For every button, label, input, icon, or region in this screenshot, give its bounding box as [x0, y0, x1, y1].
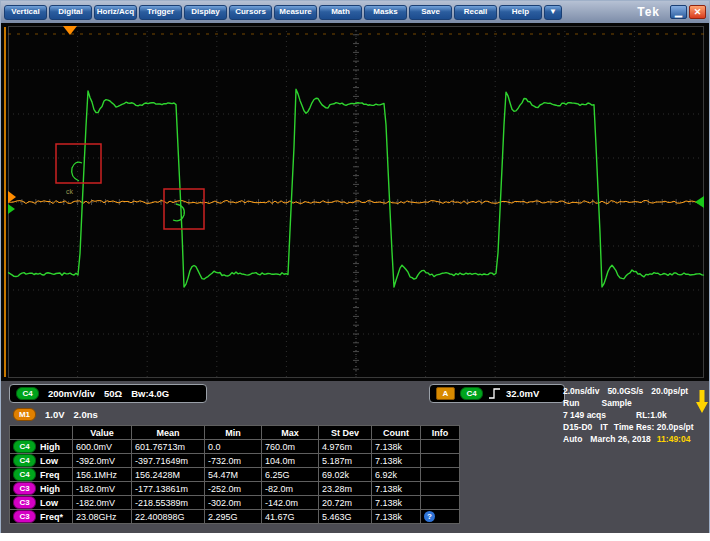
- cell-stdev: 4.976m: [319, 440, 372, 454]
- measurement-row: C4Freq 156.1MHz 156.2428M 54.47M 6.25G 6…: [10, 468, 460, 482]
- row-channel-badge: C4: [13, 440, 36, 453]
- acquisition-count: 7 149 acqs: [563, 409, 606, 421]
- menu-measure[interactable]: Measure: [274, 5, 317, 20]
- cell-max: 41.67G: [262, 510, 319, 524]
- header-min: Min: [205, 426, 262, 440]
- rising-edge-slope-icon: [488, 387, 501, 400]
- header-stdev: St Dev: [319, 426, 372, 440]
- cell-mean: 22.400898G: [132, 510, 205, 524]
- m1-badge: M1: [13, 408, 36, 421]
- yellow-down-arrow-icon: [695, 389, 709, 415]
- acquisition-mode: Sample: [602, 397, 632, 409]
- measurement-table: Value Mean Min Max St Dev Count Info C4H…: [9, 425, 460, 524]
- date-label: March 26, 2018: [590, 433, 650, 445]
- cell-mean: 601.76713m: [132, 440, 205, 454]
- measurement-row: C3Low -182.0mV -218.55389m -302.0m -142.…: [10, 496, 460, 510]
- meas-name: Low: [40, 498, 58, 508]
- channel-readout-c4[interactable]: C4 200mV/div 50Ω Bw:4.0G: [9, 384, 207, 403]
- math-readout-m1[interactable]: M1 1.0V 2.0ns: [13, 408, 98, 421]
- menu-display[interactable]: Display: [184, 5, 227, 20]
- cell-value: -182.0mV: [73, 496, 132, 510]
- cell-min: -252.0m: [205, 482, 262, 496]
- row-channel-badge: C4: [13, 454, 36, 467]
- menu-horiz-acq[interactable]: Horiz/Acq: [94, 5, 137, 20]
- c4-badge: C4: [16, 387, 39, 400]
- menu-help[interactable]: Help: [499, 5, 542, 20]
- a-trigger-badge: A: [436, 387, 455, 400]
- meas-name: Freq: [40, 470, 60, 480]
- m1-scale: 1.0V: [45, 409, 65, 420]
- screenshot-stage: Vertical Digital Horiz/Acq Trigger Displ…: [0, 0, 710, 541]
- cell-info: [421, 482, 460, 496]
- cell-mean: -218.55389m: [132, 496, 205, 510]
- row-channel-badge: C3: [13, 496, 36, 509]
- menu-trigger[interactable]: Trigger: [139, 5, 182, 20]
- cell-max: 104.0m: [262, 454, 319, 468]
- header-info: Info: [421, 426, 460, 440]
- left-accent-line: [4, 27, 6, 377]
- header-mean: Mean: [132, 426, 205, 440]
- cell-count: 7.138k: [372, 510, 421, 524]
- cell-info: [421, 454, 460, 468]
- menu-masks[interactable]: Masks: [364, 5, 407, 20]
- measurement-row: C3High -182.0mV -177.13861m -252.0m -82.…: [10, 482, 460, 496]
- meas-name: Low: [40, 456, 58, 466]
- cell-mean: 156.2428M: [132, 468, 205, 482]
- close-button[interactable]: ✕: [689, 5, 706, 19]
- row-channel-badge: C3: [13, 510, 36, 523]
- c4-termination: 50Ω: [104, 388, 122, 399]
- trigger-readout[interactable]: A C4 32.0mV: [429, 384, 565, 403]
- menu-vertical[interactable]: Vertical: [4, 5, 47, 20]
- cell-count: 7.138k: [372, 496, 421, 510]
- horizontal-acquisition-readout: 2.0ns/div 50.0GS/s 20.0ps/pt Run Sample …: [563, 385, 709, 445]
- cell-info: [421, 468, 460, 482]
- menu-math[interactable]: Math: [319, 5, 362, 20]
- cell-count: 6.92k: [372, 468, 421, 482]
- row-channel-badge: C4: [13, 468, 36, 481]
- run-state: Run: [563, 397, 580, 409]
- measurement-header-row: Value Mean Min Max St Dev Count Info: [10, 426, 460, 440]
- cell-stdev: 20.72m: [319, 496, 372, 510]
- time-label: 11:49:04: [657, 433, 691, 445]
- status-panel: C4 200mV/div 50Ω Bw:4.0G M1 1.0V 2.0ns A…: [1, 381, 709, 533]
- cell-info: [421, 440, 460, 454]
- trigger-source-badge: C4: [460, 387, 483, 400]
- cell-min: 54.47M: [205, 468, 262, 482]
- menu-overflow-button[interactable]: ▼: [544, 5, 562, 20]
- measurement-row: C3Freq* 23.08GHz 22.400898G 2.295G 41.67…: [10, 510, 460, 524]
- minimize-button[interactable]: ▁: [670, 5, 687, 19]
- menu-save[interactable]: Save: [409, 5, 452, 20]
- cell-count: 7.138k: [372, 440, 421, 454]
- timebase-per-div: 2.0ns/div: [563, 385, 599, 397]
- cell-min: 2.295G: [205, 510, 262, 524]
- cell-stdev: 23.28m: [319, 482, 372, 496]
- cell-value: -182.0mV: [73, 482, 132, 496]
- menu-recall[interactable]: Recall: [454, 5, 497, 20]
- cell-stdev: 5.187m: [319, 454, 372, 468]
- cell-max: 760.0m: [262, 440, 319, 454]
- cell-value: -392.0mV: [73, 454, 132, 468]
- menu-bar: Vertical Digital Horiz/Acq Trigger Displ…: [1, 1, 709, 23]
- time-resolution: Time Res: 20.0ps/pt: [614, 421, 694, 433]
- header-value: Value: [73, 426, 132, 440]
- tek-logo: Tek: [637, 5, 668, 19]
- cell-max: -142.0m: [262, 496, 319, 510]
- cell-min: -302.0m: [205, 496, 262, 510]
- cell-stdev: 69.02k: [319, 468, 372, 482]
- menu-cursors[interactable]: Cursors: [229, 5, 272, 20]
- meas-name: High: [40, 484, 60, 494]
- row-channel-badge: C3: [13, 482, 36, 495]
- cell-value: 23.08GHz: [73, 510, 132, 524]
- sample-rate: 50.0GS/s: [607, 385, 643, 397]
- cell-count: 7.138k: [372, 454, 421, 468]
- digital-channels: D15-D0: [563, 421, 592, 433]
- menu-digital[interactable]: Digital: [49, 5, 92, 20]
- waveform-display: ck: [1, 23, 709, 381]
- cell-stdev: 5.463G: [319, 510, 372, 524]
- info-help-icon[interactable]: ?: [424, 511, 435, 522]
- cell-min: 0.0: [205, 440, 262, 454]
- meas-name: Freq*: [40, 512, 63, 522]
- measurement-row: C4Low -392.0mV -397.71649m -732.0m 104.0…: [10, 454, 460, 468]
- oscilloscope-window: Vertical Digital Horiz/Acq Trigger Displ…: [0, 0, 710, 533]
- cell-mean: -177.13861m: [132, 482, 205, 496]
